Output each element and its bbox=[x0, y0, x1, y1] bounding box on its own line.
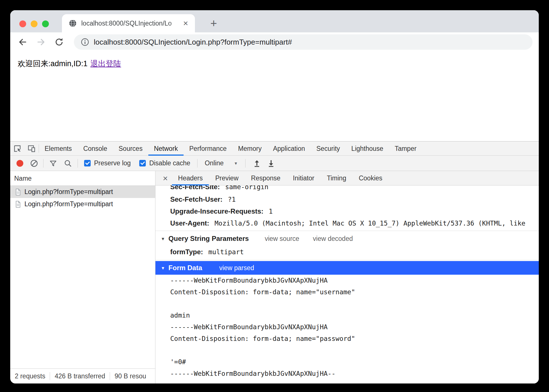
reload-icon bbox=[54, 37, 64, 47]
form-data-body: ------WebKitFormBoundarybkbJGvNXApXNujHA… bbox=[155, 275, 539, 380]
triangle-down-icon: ▼ bbox=[161, 266, 165, 270]
param-name: formType: bbox=[170, 248, 203, 256]
tab-elements[interactable]: Elements bbox=[39, 141, 78, 156]
detail-tabbar: × Headers Preview Response Initiator Tim… bbox=[155, 171, 539, 185]
page-content: 欢迎回来:admin,ID:1退出登陆 bbox=[10, 52, 539, 141]
tab-strip: localhost:8000/SQLInjection/Lo × + bbox=[10, 10, 539, 32]
tab-console[interactable]: Console bbox=[78, 141, 113, 156]
close-window-button[interactable] bbox=[19, 20, 26, 27]
download-arrow-icon bbox=[267, 159, 275, 167]
search-icon bbox=[64, 159, 72, 167]
throttling-value: Online bbox=[205, 159, 224, 167]
close-details-icon[interactable]: × bbox=[159, 171, 172, 185]
checkbox-checked-icon bbox=[84, 160, 91, 166]
query-string-section-header[interactable]: ▼ Query String Parameters view source vi… bbox=[155, 232, 539, 245]
tab-lighthouse[interactable]: Lighthouse bbox=[346, 141, 389, 156]
transferred-size: 426 B transferred bbox=[55, 372, 105, 380]
view-parsed-link[interactable]: view parsed bbox=[219, 264, 254, 272]
request-row[interactable]: Login.php?formType=multipart bbox=[10, 198, 155, 210]
view-source-link[interactable]: view source bbox=[265, 235, 299, 243]
page-info-icon[interactable] bbox=[81, 38, 89, 46]
browser-window: localhost:8000/SQLInjection/Lo × + bbox=[10, 10, 539, 383]
tab-application[interactable]: Application bbox=[267, 141, 311, 156]
disable-cache-label: Disable cache bbox=[149, 159, 190, 167]
filter-button[interactable] bbox=[49, 159, 57, 167]
record-button[interactable] bbox=[16, 160, 23, 167]
welcome-text: 欢迎回来:admin,ID:1 bbox=[18, 59, 88, 68]
zoom-window-button[interactable] bbox=[42, 20, 49, 27]
form-data-line bbox=[155, 345, 539, 356]
logout-link[interactable]: 退出登陆 bbox=[90, 59, 121, 68]
document-icon bbox=[14, 201, 22, 208]
device-toolbar-button[interactable] bbox=[24, 141, 39, 156]
back-button[interactable] bbox=[16, 36, 29, 48]
header-value: same-origin bbox=[225, 185, 268, 191]
filter-funnel-icon bbox=[49, 159, 57, 167]
network-toolbar: Preserve log Disable cache Online ▼ bbox=[10, 156, 539, 171]
preserve-log-checkbox[interactable]: Preserve log bbox=[84, 159, 131, 167]
headers-content[interactable]: Sec-Fetch-Site: same-origin Sec-Fetch-Us… bbox=[155, 185, 539, 383]
resources-size: 90 B resou bbox=[115, 372, 146, 380]
requests-count: 2 requests bbox=[15, 372, 45, 380]
tab-sources[interactable]: Sources bbox=[113, 141, 148, 156]
name-column-header[interactable]: Name bbox=[10, 171, 155, 186]
header-name: Sec-Fetch-Site: bbox=[170, 185, 220, 191]
clipped-header-line: Sec-Fetch-Site: same-origin bbox=[155, 185, 539, 193]
search-button[interactable] bbox=[64, 159, 72, 167]
import-har-button[interactable] bbox=[253, 159, 261, 167]
request-row[interactable]: Login.php?formType=multipart bbox=[10, 186, 155, 198]
upload-arrow-icon bbox=[253, 159, 261, 167]
new-tab-button[interactable]: + bbox=[206, 15, 222, 31]
forward-button[interactable] bbox=[35, 36, 47, 48]
detail-tab-cookies[interactable]: Cookies bbox=[352, 171, 388, 185]
form-data-line: '=0# bbox=[155, 356, 539, 368]
export-har-button[interactable] bbox=[267, 159, 275, 167]
network-main: Name Login.php?formType=multipart bbox=[10, 171, 539, 383]
detail-tab-headers[interactable]: Headers bbox=[172, 171, 209, 185]
reload-button[interactable] bbox=[53, 36, 65, 48]
device-toolbar-icon bbox=[27, 144, 36, 153]
disable-cache-checkbox[interactable]: Disable cache bbox=[139, 159, 190, 167]
devtools-tabbar: Elements Console Sources Network Perform… bbox=[10, 141, 539, 156]
view-decoded-link[interactable]: view decoded bbox=[313, 235, 353, 243]
clear-button[interactable] bbox=[30, 159, 38, 167]
form-data-line: admin bbox=[155, 310, 539, 321]
detail-tab-timing[interactable]: Timing bbox=[321, 171, 352, 185]
back-arrow-icon bbox=[18, 37, 28, 47]
form-data-line: ------WebKitFormBoundarybkbJGvNXApXNujHA bbox=[155, 275, 539, 286]
close-tab-icon[interactable]: × bbox=[181, 19, 190, 28]
form-data-line: ------WebKitFormBoundarybkbJGvNXApXNujHA bbox=[155, 321, 539, 333]
tab-performance[interactable]: Performance bbox=[184, 141, 232, 156]
detail-tab-initiator[interactable]: Initiator bbox=[287, 171, 321, 185]
browser-tab[interactable]: localhost:8000/SQLInjection/Lo × bbox=[62, 14, 195, 32]
request-list-panel: Name Login.php?formType=multipart bbox=[10, 171, 155, 383]
request-list-empty-area bbox=[10, 210, 155, 368]
devtools-panel: Elements Console Sources Network Perform… bbox=[10, 141, 539, 383]
request-name: Login.php?formType=multipart bbox=[24, 200, 113, 208]
url-bar[interactable]: localhost:8000/SQLInjection/Login.php?fo… bbox=[74, 34, 533, 50]
clear-icon bbox=[30, 159, 38, 167]
header-name: Sec-Fetch-User: bbox=[170, 195, 222, 203]
inspect-element-button[interactable] bbox=[10, 141, 24, 156]
url-text: localhost:8000/SQLInjection/Login.php?fo… bbox=[94, 38, 292, 47]
detail-tab-preview[interactable]: Preview bbox=[209, 171, 245, 185]
form-data-line: Content-Disposition: form-data; name="us… bbox=[155, 286, 539, 298]
header-value: ?1 bbox=[228, 196, 236, 203]
tab-security[interactable]: Security bbox=[311, 141, 346, 156]
request-details-panel: × Headers Preview Response Initiator Tim… bbox=[155, 171, 539, 383]
tab-title: localhost:8000/SQLInjection/Lo bbox=[81, 20, 181, 27]
tab-tamper[interactable]: Tamper bbox=[389, 141, 422, 156]
detail-tab-response[interactable]: Response bbox=[245, 171, 287, 185]
header-name: Upgrade-Insecure-Requests: bbox=[170, 207, 263, 215]
throttling-dropdown[interactable]: Online ▼ bbox=[205, 159, 238, 167]
form-data-section-header[interactable]: ▼ Form Data view parsed bbox=[155, 261, 539, 275]
globe-icon bbox=[69, 19, 77, 27]
form-data-line bbox=[155, 298, 539, 310]
tab-network[interactable]: Network bbox=[148, 141, 184, 156]
minimize-window-button[interactable] bbox=[31, 20, 38, 27]
tab-memory[interactable]: Memory bbox=[232, 141, 267, 156]
window-controls bbox=[19, 20, 49, 27]
forward-arrow-icon bbox=[36, 37, 46, 47]
chevron-down-icon: ▼ bbox=[234, 161, 238, 166]
header-line: Sec-Fetch-User: ?1 bbox=[155, 193, 539, 205]
